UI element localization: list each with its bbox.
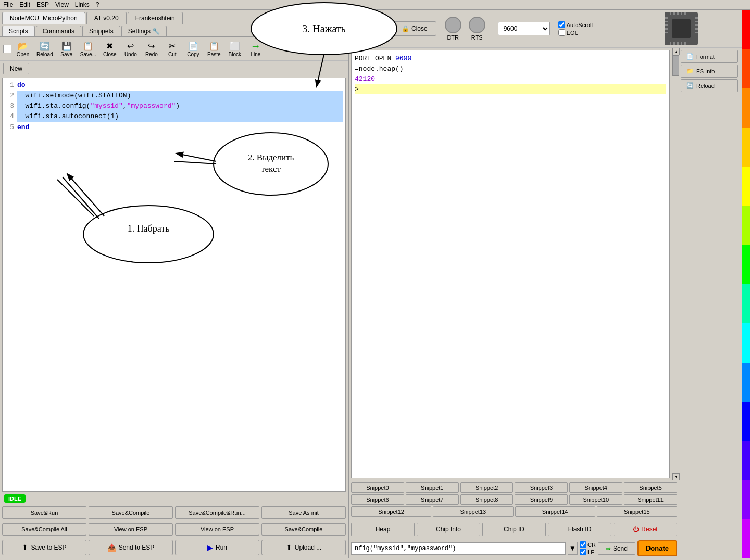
block-button[interactable]: ⬜ Block [226,39,244,58]
scroll-up-arrow[interactable]: ▲ [672,48,680,55]
tab-frank[interactable]: Frankenshtein [128,12,183,24]
rts-group: RTS [469,17,485,41]
close-icon: ✖ [104,40,116,52]
color-segment [742,480,750,519]
snippet14-button[interactable]: Snippet14 [515,506,595,517]
save-as-init-button[interactable]: Save As init [261,506,346,519]
wrench-icon: 🔧 [152,28,160,35]
svg-rect-16 [673,42,675,45]
serial-scrollbar[interactable]: ▲ ▼ [672,48,679,480]
chip-info-button[interactable]: Chip Info [417,523,480,536]
tab-at[interactable]: AT v0.20 [86,12,127,24]
copy-icon: 📄 [188,40,199,52]
input-row: ▼ CR LF ⇒ Send [349,538,679,558]
scroll-track [672,55,679,473]
send-to-esp-button[interactable]: 📤 Send to ESP [89,540,173,555]
flash-id-button[interactable]: Flash ID [548,523,611,536]
save-to-esp-button[interactable]: ⬆ Save to ESP [2,540,86,555]
save-compile-button[interactable]: Save&Compile [89,506,173,519]
chip-id-button[interactable]: Chip ID [482,523,546,536]
snippet6-button[interactable]: Snippet6 [351,494,404,505]
color-segment [742,10,750,49]
menu-file[interactable]: File [3,1,13,8]
view-on-esp-button2[interactable]: View on ESP [175,523,259,536]
close-button[interactable]: ✖ Close [101,39,119,58]
fs-info-button[interactable]: 📁 FS Info [681,65,738,78]
save-compile-all-button[interactable]: Save&Compile All [2,523,86,536]
tab-snippets[interactable]: Snippets [82,26,120,36]
copy-button[interactable]: 📄 Copy [184,39,203,58]
paste-button[interactable]: 📋 Paste [205,39,223,58]
menu-esp[interactable]: ESP [36,1,49,8]
save-as-button[interactable]: 📋 Save... [78,39,98,58]
tab-commands[interactable]: Commands [36,26,81,36]
undo-button[interactable]: ↩ Undo [121,39,140,58]
menu-links[interactable]: Links [75,1,90,8]
snippet7-button[interactable]: Snippet7 [406,494,459,505]
format-button[interactable]: 📄 Format [681,50,738,63]
run-button[interactable]: ▶ Run [175,540,259,555]
svg-rect-2 [665,24,668,26]
scroll-down-arrow[interactable]: ▼ [672,473,680,480]
close-serial-button[interactable]: 🔒 Close [393,21,436,36]
send-button[interactable]: ⇒ Send [598,542,635,555]
cr-checkbox[interactable] [580,541,586,548]
dtr-btn[interactable] [445,17,461,33]
reset-button[interactable]: ⏻ Reset [614,523,677,536]
toolbar-checkbox[interactable] [3,45,11,53]
cut-button[interactable]: ✂ Cut [163,39,182,58]
save-button[interactable]: 💾 Save [57,39,76,58]
snippet11-button[interactable]: Snippet11 [624,494,677,505]
cut-icon: ✂ [167,40,178,52]
tab-settings[interactable]: Settings 🔧 [121,26,167,36]
snippet9-button[interactable]: Snippet9 [515,494,568,505]
tab-scripts[interactable]: Scripts [2,26,35,36]
save-as-icon: 📋 [82,40,94,52]
snippet2-button[interactable]: Snippet2 [460,482,514,493]
donate-button[interactable]: Donate [638,540,677,556]
open-button[interactable]: 📂 Open [14,39,32,58]
second-tab-bar: Scripts Commands Snippets Settings 🔧 [0,24,348,37]
serial-output[interactable]: PORT OPEN 9600 =node.heap() 42120 > [351,50,670,478]
snippet13-button[interactable]: Snippet13 [433,506,513,517]
heap-button[interactable]: Heap [351,523,415,536]
upload-button[interactable]: ⬆ Upload ... [261,540,346,555]
save-run-button[interactable]: Save&Run [2,506,86,519]
svg-rect-10 [670,12,671,15]
redo-button[interactable]: ↪ Redo [142,39,161,58]
save-compile-run-button[interactable]: Save&Compile&Run... [175,506,259,519]
eol-checkbox[interactable] [558,29,565,36]
color-segment [742,88,750,128]
menu-edit[interactable]: Edit [19,1,30,8]
snippet0-button[interactable]: Snippet0 [351,482,404,493]
tab-nodemcu[interactable]: NodeMCU+MicroPython [2,12,85,24]
snippet4-button[interactable]: Snippet4 [569,482,622,493]
snippet8-button[interactable]: Snippet8 [460,494,514,505]
save-compile-button2[interactable]: Save&Compile [261,523,346,536]
snippet15-button[interactable]: Snippet15 [597,506,677,517]
line-button[interactable]: → Line [246,39,265,58]
code-editor[interactable]: 1 2 3 4 5 do wifi.setmode(wifi.STATION) … [2,78,346,492]
menu-bar: File Edit ESP View Links ? [0,0,750,10]
menu-view[interactable]: View [55,1,69,8]
autoscroll-checkbox[interactable] [558,21,565,28]
snippet10-button[interactable]: Snippet10 [569,494,622,505]
menu-help[interactable]: ? [96,1,99,8]
snippet3-button[interactable]: Snippet3 [515,482,568,493]
view-on-esp-button1[interactable]: View on ESP [89,523,173,536]
serial-prompt-line: > [355,84,666,95]
serial-input[interactable] [351,542,566,555]
input-dropdown-button[interactable]: ▼ [568,542,578,555]
reload-button[interactable]: 🔄 Reload [34,39,55,58]
reload-right-button[interactable]: 🔄 Reload [681,79,738,92]
lf-checkbox[interactable] [580,549,586,555]
snippet1-button[interactable]: Snippet1 [406,482,459,493]
open-btn[interactable] [351,17,368,33]
snippet12-button[interactable]: Snippet12 [351,506,431,517]
cts-btn[interactable] [372,17,389,33]
baud-select[interactable]: 9600 115200 57600 38400 [498,22,550,35]
snippet5-button[interactable]: Snippet5 [624,482,677,493]
scroll-thumb[interactable] [672,55,679,76]
rts-btn[interactable] [469,17,485,33]
new-button[interactable]: New [3,63,29,74]
